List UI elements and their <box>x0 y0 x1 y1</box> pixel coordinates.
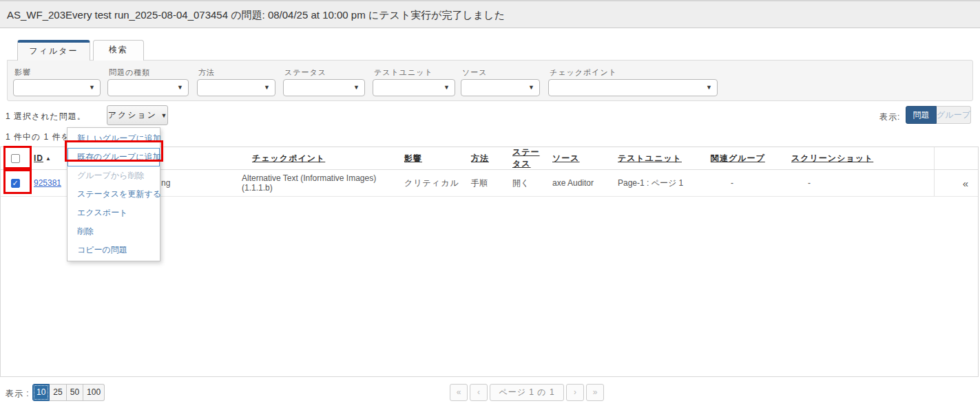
issue-id-link[interactable]: 925381 <box>34 178 61 188</box>
filter-select-status[interactable]: ▼ <box>283 79 365 96</box>
column-header-test-unit[interactable]: テストユニット <box>618 153 682 164</box>
issue-impact: クリティカル <box>400 170 466 196</box>
column-header-screenshot[interactable]: スクリーンショット <box>791 153 873 164</box>
issue-checkpoint: Alternative Text (Informative Images) (1… <box>238 170 400 196</box>
page-size-25-button[interactable]: 25 <box>50 384 66 401</box>
next-page-button[interactable]: › <box>566 384 584 401</box>
menu-item-add-to-new-group[interactable]: 新しいグループに追加 <box>67 129 160 148</box>
issue-test-unit: Page-1 : ページ 1 <box>614 170 707 196</box>
caret-down-icon: ▼ <box>706 84 712 91</box>
filter-select-checkpoint[interactable]: ▼ <box>548 79 718 96</box>
collapse-row-icon[interactable]: « <box>963 177 968 189</box>
page-size-label: 表示 : <box>6 388 30 400</box>
menu-item-remove-from-group: グループから削除 <box>67 166 160 185</box>
caret-down-icon: ▼ <box>444 84 450 91</box>
filter-label-checkpoint: チェックポイント <box>550 67 617 78</box>
tab-filter[interactable]: フィルター <box>17 40 90 61</box>
column-header-id[interactable]: ID <box>34 153 43 163</box>
issue-status: 開く <box>507 170 548 196</box>
filter-select-source[interactable]: ▼ <box>461 79 540 96</box>
column-header-related-group[interactable]: 関連グループ <box>711 153 765 164</box>
column-header-checkpoint[interactable]: チェックポイント <box>252 153 325 164</box>
menu-item-add-to-existing-group[interactable]: 既存のグループに追加 <box>67 148 160 166</box>
filter-select-issue-type[interactable]: ▼ <box>107 79 189 96</box>
select-all-checkbox[interactable] <box>11 154 20 163</box>
page-size-group: 10 25 50 100 <box>32 384 105 401</box>
issue-method: 手順 <box>466 170 507 196</box>
tab-search[interactable]: 検索 <box>93 40 144 61</box>
filter-panel: 影響 ▼ 問題の種類 ▼ 方法 ▼ ステータス ▼ テストユニット ▼ ソース … <box>7 60 973 101</box>
filter-label-test-unit: テストユニット <box>374 67 433 78</box>
caret-down-icon: ▼ <box>160 112 167 119</box>
filter-label-method: 方法 <box>198 67 215 78</box>
caret-down-icon: ▼ <box>353 84 359 91</box>
page-size-100-button[interactable]: 100 <box>83 384 105 401</box>
column-header-source[interactable]: ソース <box>552 153 580 164</box>
selected-count: 1 選択された問題。 <box>6 111 86 122</box>
filter-label-status: ステータス <box>284 67 326 78</box>
menu-item-delete[interactable]: 削除 <box>67 222 160 241</box>
issue-source: axe Auditor <box>548 170 614 196</box>
view-groups-button[interactable]: グループ <box>937 106 971 124</box>
actions-button[interactable]: アクション ▼ <box>107 105 168 125</box>
first-page-button[interactable]: « <box>450 384 468 401</box>
caret-down-icon: ▼ <box>264 84 270 91</box>
filter-label-source: ソース <box>462 67 488 78</box>
issue-related-group: - <box>707 170 779 196</box>
filter-select-impact[interactable]: ▼ <box>13 79 101 96</box>
menu-item-update-status[interactable]: ステータスを更新する <box>67 185 160 204</box>
actions-menu: 新しいグループに追加 既存のグループに追加 グループから削除 ステータスを更新す… <box>67 127 160 261</box>
view-issues-button[interactable]: 問題 <box>906 106 937 124</box>
page-indicator: ページ 1 の 1 <box>490 384 564 401</box>
filter-label-impact: 影響 <box>14 67 31 78</box>
caret-down-icon: ▼ <box>177 84 183 91</box>
column-header-method[interactable]: 方法 <box>471 153 489 164</box>
column-header-impact[interactable]: 影響 <box>404 153 422 164</box>
page-header-bar: AS_WF_203Every test run_2025-08-04_07345… <box>0 0 980 28</box>
caret-down-icon: ▼ <box>528 84 534 91</box>
menu-item-export[interactable]: エクスポート <box>67 204 160 222</box>
menu-item-copy-issue[interactable]: コピーの問題 <box>67 241 160 259</box>
page-size-10-button[interactable]: 10 <box>32 384 50 401</box>
filter-select-method[interactable]: ▼ <box>197 79 275 96</box>
prev-page-button[interactable]: ‹ <box>470 384 488 401</box>
row-checkbox[interactable]: ✓ <box>11 179 20 188</box>
filter-label-issue-type: 問題の種類 <box>109 67 150 78</box>
page-size-50-button[interactable]: 50 <box>67 384 83 401</box>
pagination: « ‹ ページ 1 の 1 › » <box>450 384 604 401</box>
check-icon: ✓ <box>12 179 19 188</box>
page-title: AS_WF_203Every test run_2025-08-04_07345… <box>7 9 505 22</box>
issue-screenshot: - <box>779 170 934 196</box>
column-header-status[interactable]: ステータス <box>512 147 548 169</box>
sort-asc-icon: ▲ <box>45 155 51 162</box>
issues-page: AS_WF_203Every test run_2025-08-04_07345… <box>0 0 980 410</box>
filter-select-test-unit[interactable]: ▼ <box>373 79 455 96</box>
caret-down-icon: ▼ <box>89 84 95 91</box>
last-page-button[interactable]: » <box>586 384 604 401</box>
view-toggle-label: 表示: <box>879 111 900 123</box>
